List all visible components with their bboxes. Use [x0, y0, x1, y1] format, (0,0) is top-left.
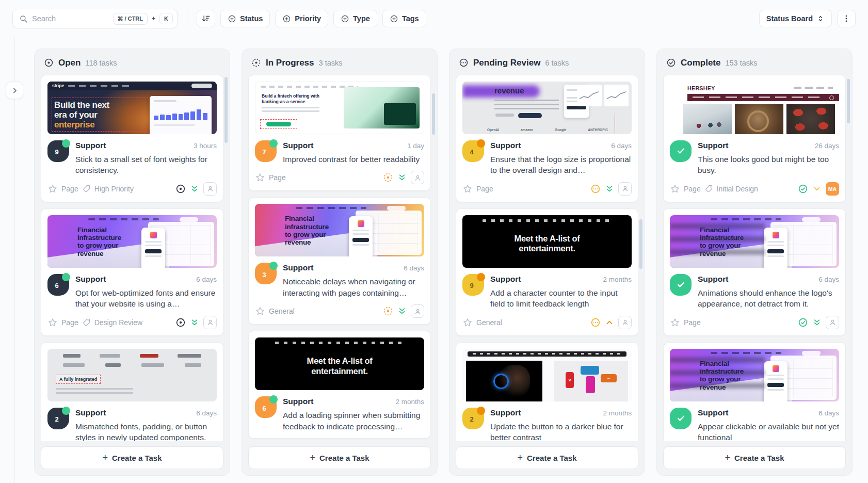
assignee-button[interactable] [411, 304, 424, 318]
priority-low-icon[interactable] [812, 318, 822, 327]
sort-icon [201, 14, 211, 23]
assignee-avatar[interactable]: MA [826, 182, 839, 196]
priority-low-icon[interactable] [397, 173, 407, 182]
assignee-button[interactable] [411, 171, 424, 184]
card-time: 3 hours [194, 142, 217, 150]
favorite-star-icon[interactable] [462, 184, 473, 194]
column-scrollbar[interactable] [432, 93, 435, 135]
status-pending-icon[interactable] [590, 184, 601, 194]
search-icon [19, 14, 28, 23]
card-tag: High Priority [94, 185, 134, 193]
card-time: 2 months [395, 398, 424, 406]
priority-badge: 2 [462, 408, 484, 429]
assignee-button[interactable] [618, 316, 632, 329]
task-card[interactable]: Build a fintech offering with banking-as… [248, 75, 431, 191]
favorite-star-icon[interactable] [462, 317, 473, 328]
column-count: 118 tasks [85, 59, 117, 67]
filter-tags-button[interactable]: Tags [382, 10, 426, 27]
priority-low-icon[interactable] [190, 184, 199, 194]
task-card[interactable]: Financial infrastructure to grow your re… [248, 197, 431, 325]
task-card[interactable]: HERSHEY Support26 days This one looks go… [663, 75, 846, 202]
view-selector-button[interactable]: Status Board [759, 10, 832, 27]
create-task-button[interactable]: + Create a Task [456, 446, 638, 469]
favorite-star-icon[interactable] [255, 172, 265, 183]
favorite-star-icon[interactable] [670, 184, 680, 194]
column-scrollbar[interactable] [224, 77, 228, 143]
column-scrollbar[interactable] [847, 79, 850, 123]
card-time: 26 days [815, 142, 839, 150]
priority-badge: 6 [47, 274, 69, 296]
priority-badge: 7 [255, 140, 277, 162]
favorite-star-icon[interactable] [255, 306, 265, 316]
column-count: 6 tasks [545, 59, 569, 67]
search-input[interactable] [32, 14, 109, 23]
expand-sidebar-button[interactable] [6, 82, 23, 99]
card-thumbnail: A fully integrated [47, 349, 217, 401]
card-description: Mismatched fonts, padding, or button sty… [75, 421, 217, 441]
sort-button[interactable] [197, 10, 215, 27]
task-card[interactable]: Financial infrastructure to grow your re… [663, 342, 846, 441]
card-list: revenue OpenAI amazon Google ANTHROPIC [456, 75, 638, 441]
priority-high-icon[interactable] [605, 318, 614, 327]
favorite-star-icon[interactable] [670, 317, 680, 328]
create-task-button[interactable]: + Create a Task [663, 446, 846, 469]
card-thumbnail: Financial infrastructure to grow your re… [255, 204, 424, 256]
mini-chart [578, 86, 600, 105]
priority-low-icon[interactable] [190, 318, 199, 327]
task-card[interactable]: revenue OpenAI amazon Google ANTHROPIC [456, 75, 638, 202]
toolbar: ⌘ / CTRL + K Status Priority Type Tags S… [0, 0, 868, 37]
create-task-button[interactable]: + Create a Task [248, 446, 431, 469]
status-complete-icon[interactable] [798, 317, 808, 328]
task-card[interactable]: Financial infrastructure to grow your re… [41, 208, 223, 336]
assignee-button[interactable] [203, 316, 217, 329]
task-card[interactable]: stripe Build the next era of yourenterpr… [41, 75, 223, 202]
status-in-progress-icon[interactable] [383, 306, 393, 316]
card-title: Support [490, 274, 521, 284]
priority-badge: 4 [462, 140, 484, 162]
filter-type-button[interactable]: Type [333, 10, 377, 27]
shortcut-cmd-badge: ⌘ / CTRL [113, 13, 148, 25]
create-task-button[interactable]: + Create a Task [41, 446, 223, 469]
card-description: Opt for web-optimized fonts and ensure t… [75, 287, 217, 310]
person-icon [829, 318, 837, 326]
badge-accent-dot [62, 273, 70, 281]
favorite-star-icon[interactable] [47, 317, 58, 328]
priority-low-icon[interactable] [397, 307, 407, 316]
priority-medium-icon[interactable] [812, 184, 822, 194]
badge-accent-dot [269, 262, 278, 270]
badge-accent-dot [477, 139, 485, 148]
card-time: 6 days [611, 142, 632, 150]
overflow-menu-button[interactable] [837, 10, 856, 27]
status-complete-icon[interactable] [798, 184, 808, 194]
assignee-button[interactable] [826, 316, 839, 329]
badge-accent-dot [269, 395, 278, 404]
assignee-button[interactable] [618, 182, 632, 196]
task-card[interactable]: Meet the A-list of entertainment. 6 Supp… [248, 331, 431, 439]
card-title: Support [283, 140, 313, 151]
priority-low-icon[interactable] [605, 184, 614, 194]
status-badge [670, 408, 692, 429]
card-title: Support [283, 263, 313, 273]
card-title: Support [698, 140, 728, 151]
status-in-progress-icon[interactable] [383, 172, 393, 183]
card-thumbnail: revenue OpenAI amazon Google ANTHROPIC [462, 82, 632, 134]
task-card[interactable]: Meet the A-list of entertainment. 9 Supp… [456, 208, 638, 336]
task-card[interactable]: Financial infrastructure to grow your re… [663, 208, 846, 336]
badge-accent-dot [62, 139, 70, 148]
tag-icon [704, 184, 713, 193]
task-card[interactable]: V ∞ 2 Support2 months Update the button … [456, 342, 638, 441]
filter-priority-button[interactable]: Priority [275, 10, 328, 27]
shortcut-joiner: + [152, 15, 155, 22]
search-box[interactable]: ⌘ / CTRL + K [12, 9, 178, 28]
card-tag: Initial Design [717, 185, 758, 193]
favorite-star-icon[interactable] [47, 184, 58, 194]
task-card[interactable]: A fully integrated 2 Support6 days Misma… [41, 342, 223, 441]
status-pending-icon[interactable] [590, 317, 601, 328]
badge-accent-dot [62, 407, 70, 415]
status-open-icon[interactable] [175, 317, 186, 328]
filter-status-button[interactable]: Status [220, 10, 270, 27]
assignee-button[interactable] [203, 182, 217, 196]
status-open-icon[interactable] [175, 184, 186, 194]
column-scrollbar[interactable] [639, 219, 642, 269]
card-title: Support [75, 274, 106, 284]
